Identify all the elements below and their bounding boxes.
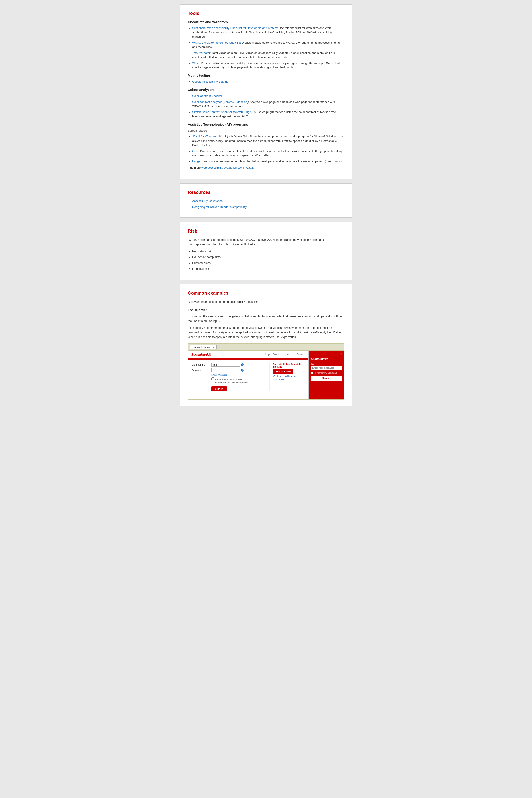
desktop-form-left: Card number: i Password: i Reset passwor…	[191, 363, 265, 391]
common-examples-intro: Below are examples of common accessibili…	[188, 300, 344, 304]
cross-platform-tab[interactable]: Cross-platform view	[190, 345, 216, 349]
remember-card-label: Remember my card number	[215, 378, 243, 381]
list-item: Designing for Screen Reader Compatibilit…	[192, 205, 344, 209]
mobile-remember-label: Remember my ScotiaCard	[314, 372, 337, 374]
at-desc-1: : Orca is a free, open source, flexible,…	[192, 149, 343, 157]
accessibility-cheatsheet-link[interactable]: Accessibility Cheatsheet	[192, 199, 224, 203]
demo-container: Cross-platform view Scotiabank® Help · C…	[188, 343, 344, 400]
screen-reader-compat-link[interactable]: Designing for Screen Reader Compatibilit…	[192, 205, 247, 209]
wcag-checklist-link[interactable]: WCAG 2.0 Quick Reference Checklist	[192, 41, 241, 44]
risk-title: Risk	[188, 229, 344, 234]
tools-card: Tools Checklists and validators Scotiaba…	[179, 4, 353, 179]
password-input[interactable]	[211, 368, 240, 372]
demo-content: Scotiabank® Help · Contact · Locate Us ·…	[188, 351, 344, 399]
w3c-tools-link[interactable]: web accessibility evaluation tools (W3C)	[202, 166, 253, 169]
mobile-remember-check: Remember my ScotiaCard	[311, 372, 342, 374]
resources-list: Accessibility Cheatsheet Designing for S…	[192, 199, 344, 209]
focus-order-para2: It is strongly recommended that we do no…	[188, 326, 344, 339]
list-item: Color contrast analyzer (Chrome Extensio…	[192, 100, 344, 108]
list-item: Call centre complaints	[192, 255, 344, 259]
fangs-link[interactable]: Fangs	[192, 159, 200, 163]
password-info-icon[interactable]: i	[241, 369, 244, 372]
mobile-icon-1: ●	[334, 353, 335, 356]
mobile-testing-subtitle: Mobile testing	[188, 74, 344, 77]
list-item: Wave: Provides a live view of accessibil…	[192, 61, 344, 70]
list-item: Scotiabank Web Accessibility Checklist f…	[192, 26, 344, 39]
sketch-plugin-link[interactable]: Sketch Color Contrast Analyser (Sketch P…	[192, 110, 252, 114]
common-examples-card: Common examples Below are examples of co…	[179, 284, 353, 406]
risk-intro: By law, Scotiabank is required to comply…	[188, 238, 344, 247]
mobile-list: Google Accessibility Scanner	[192, 80, 344, 84]
colour-list: Color Contrast Checker Color contrast an…	[192, 94, 344, 119]
checklist-desc-3: : Provides a live view of accessibility …	[192, 61, 340, 69]
color-contrast-checker-link[interactable]: Color Contrast Checker	[192, 94, 222, 97]
password-label: Password:	[191, 369, 211, 372]
mobile-top-icons: ● 🔒 ⓘ	[311, 353, 342, 356]
demo-desktop: Scotiabank® Help · Contact · Locate Us ·…	[188, 351, 308, 399]
desktop-brand: Scotiabank®	[191, 353, 211, 356]
jaws-link[interactable]: JAWS for Windows	[192, 135, 217, 138]
demo-mobile: ● 🔒 ⓘ Scotiabank® 453 Remember my Scotia…	[308, 351, 344, 399]
color-contrast-chrome-link[interactable]: Color contrast analyzer (Chrome Extensio…	[192, 100, 248, 103]
remember-card-checkbox[interactable]	[211, 378, 214, 380]
not-advised-label: (Not advised for public computers)	[214, 381, 265, 384]
list-item: Total Validator: Total Validator is an H…	[192, 51, 344, 59]
wave-link[interactable]: Wave	[192, 61, 200, 65]
view-demo-link: View demo	[273, 378, 305, 381]
focus-order-para1: Ensure that the user is able to navigate…	[188, 314, 344, 323]
at-list: JAWS for Windows: JAWS (Job Access With …	[192, 134, 344, 164]
card-number-input[interactable]	[211, 363, 240, 367]
google-scanner-link[interactable]: Google Accessibility Scanner	[192, 80, 229, 83]
mobile-card-number-value: 453	[311, 363, 342, 365]
common-examples-title: Common examples	[188, 291, 344, 296]
password-row: Password: i	[191, 368, 265, 372]
at-desc-2: : Fangs is a screen reader emulator that…	[200, 159, 342, 163]
list-item: Accessibility Cheatsheet	[192, 199, 344, 203]
list-item: JAWS for Windows: JAWS (Job Access With …	[192, 134, 344, 147]
reset-password-link[interactable]: Reset password	[211, 374, 227, 376]
list-item: Sketch Color Contrast Analyser (Sketch P…	[192, 110, 344, 119]
activate-title: Activate Online & Mobile Banking	[273, 363, 305, 368]
screen-readers-label: Screen readers	[188, 129, 344, 133]
demo-tab-bar: Cross-platform view	[188, 344, 344, 351]
resources-title: Resources	[188, 190, 344, 195]
what-you-need-link: What you need to activate	[273, 375, 305, 377]
desktop-header: Scotiabank® Help · Contact · Locate Us ·…	[188, 351, 308, 358]
tools-footer: Find more web accessibility evaluation t…	[188, 166, 344, 170]
mobile-icon-2: 🔒	[336, 353, 339, 356]
list-item: Orca: Orca is a free, open source, flexi…	[192, 149, 344, 158]
list-item: Financial risk	[192, 267, 344, 271]
card-number-info-icon[interactable]: i	[241, 363, 244, 366]
francais-link[interactable]: · Français	[296, 353, 305, 356]
card-number-label: Card number:	[191, 363, 211, 366]
list-item: Customer loss	[192, 261, 344, 265]
desktop-activate-panel: Activate Online & Mobile Banking Activat…	[269, 363, 305, 391]
list-item: WCAG 2.0 Quick Reference Checklist: A cu…	[192, 41, 344, 49]
contact-link[interactable]: · Contact	[271, 353, 280, 356]
desktop-signin-button[interactable]: Sign In	[211, 386, 227, 391]
mobile-remember-checkbox[interactable]	[311, 372, 313, 374]
help-link[interactable]: Help	[265, 353, 270, 356]
risk-card: Risk By law, Scotiabank is required to c…	[179, 222, 353, 280]
activate-now-button[interactable]: Activate Now	[273, 369, 293, 374]
mobile-signin-button[interactable]: Sign in	[311, 376, 342, 381]
colour-subtitle: Colour analyzers	[188, 88, 344, 92]
focus-order-subtitle: Focus order	[188, 308, 344, 312]
checklists-subtitle: Checklists and validators	[188, 20, 344, 24]
card-number-row: Card number: i	[191, 363, 265, 367]
checklists-list: Scotiabank Web Accessibility Checklist f…	[192, 26, 344, 70]
checklist-desc-2: : Total Validator is an HTML validator, …	[192, 51, 335, 59]
risk-list: Regulatory risk Call centre complaints C…	[192, 249, 344, 271]
list-item: Regulatory risk	[192, 249, 344, 253]
mobile-card-group: 453	[311, 363, 342, 370]
locate-us-link[interactable]: · Locate Us	[282, 353, 294, 356]
desktop-top-links: Help · Contact · Locate Us · Français	[264, 353, 305, 356]
list-item: Google Accessibility Scanner	[192, 80, 344, 84]
desktop-form-area: Card number: i Password: i Reset passwor…	[188, 360, 308, 394]
orca-link[interactable]: Orca	[192, 149, 198, 153]
mobile-password-input[interactable]	[311, 365, 342, 370]
mobile-brand: Scotiabank®	[311, 357, 342, 360]
list-item: Fangs: Fangs is a screen reader emulator…	[192, 159, 344, 164]
scotiabank-checklist-link[interactable]: Scotiabank Web Accessibility Checklist f…	[192, 26, 277, 30]
total-validator-link[interactable]: Total Validator	[192, 51, 210, 55]
